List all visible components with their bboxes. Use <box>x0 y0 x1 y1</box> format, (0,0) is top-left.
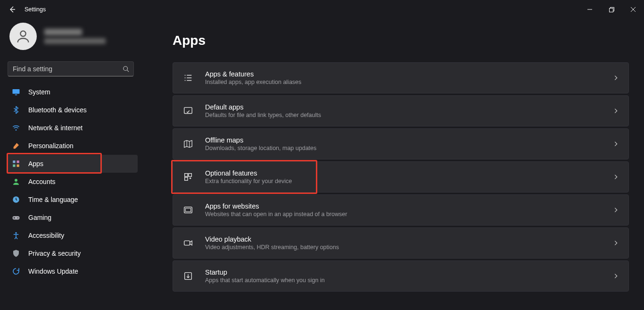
video-icon <box>182 237 194 249</box>
chevron-right-icon <box>612 207 619 213</box>
card-startup[interactable]: Startup Apps that start automatically wh… <box>173 260 629 292</box>
svg-rect-16 <box>185 174 188 176</box>
sidebar-item-label: Gaming <box>28 214 51 221</box>
sidebar-item-label: Bluetooth & devices <box>28 106 87 114</box>
sidebar-item-label: Time & language <box>28 196 78 203</box>
minimize-button[interactable] <box>579 2 601 17</box>
list-icon <box>182 72 194 84</box>
sidebar-item-privacy[interactable]: Privacy & security <box>8 244 138 262</box>
svg-rect-7 <box>17 160 19 163</box>
card-title: Apps for websites <box>205 202 612 210</box>
card-text: Offline maps Downloads, storage location… <box>205 136 612 151</box>
svg-rect-3 <box>13 89 20 94</box>
default-icon <box>182 105 194 117</box>
card-text: Optional features Extra functionality fo… <box>205 169 612 184</box>
startup-icon <box>182 270 194 282</box>
globe-icon <box>182 204 194 216</box>
person-icon <box>11 177 21 186</box>
minimize-icon <box>587 7 592 12</box>
card-subtitle: Video adjustments, HDR streaming, batter… <box>205 244 612 251</box>
arrow-left-icon <box>8 6 16 13</box>
window-controls <box>579 2 644 17</box>
card-text: Apps for websites Websites that can open… <box>205 202 612 218</box>
sidebar-item-gaming[interactable]: Gaming <box>8 209 138 226</box>
window-title: Settings <box>25 6 46 13</box>
card-video-playback[interactable]: Video playback Video adjustments, HDR st… <box>173 227 629 259</box>
card-subtitle: Downloads, storage location, map updates <box>205 145 612 151</box>
apps-icon <box>11 159 21 168</box>
card-optional-features[interactable]: Optional features Extra functionality fo… <box>173 161 629 193</box>
svg-rect-8 <box>13 165 15 167</box>
sidebar-item-accessibility[interactable]: Accessibility <box>8 226 138 244</box>
sidebar-item-label: Accessibility <box>28 232 64 239</box>
svg-rect-9 <box>17 165 19 167</box>
card-subtitle: Apps that start automatically when you s… <box>205 277 612 284</box>
sidebar-item-personalization[interactable]: Personalization <box>8 137 138 155</box>
search-wrapper <box>8 61 134 76</box>
sidebar-item-time[interactable]: Time & language <box>8 191 138 209</box>
gamepad-icon <box>11 213 21 222</box>
back-button[interactable] <box>7 4 18 15</box>
bluetooth-icon <box>11 105 21 115</box>
sidebar-item-apps[interactable]: Apps <box>8 155 138 173</box>
close-icon <box>631 7 636 12</box>
card-text: Startup Apps that start automatically wh… <box>205 268 612 284</box>
search-input[interactable] <box>8 61 134 76</box>
svg-point-2 <box>124 67 128 71</box>
svg-point-10 <box>15 179 17 182</box>
monitor-icon <box>11 87 21 97</box>
nav-list: System Bluetooth & devices Network & int… <box>8 83 138 280</box>
chevron-right-icon <box>612 75 619 81</box>
card-subtitle: Defaults for file and link types, other … <box>205 112 612 118</box>
chevron-right-icon <box>612 240 619 246</box>
svg-rect-4 <box>15 94 17 95</box>
avatar <box>9 23 37 50</box>
svg-point-13 <box>17 218 18 218</box>
account-name-redacted <box>44 29 82 35</box>
clock-icon <box>11 195 21 204</box>
card-text: Default apps Defaults for file and link … <box>205 103 612 118</box>
card-title: Offline maps <box>205 136 612 144</box>
card-subtitle: Extra functionality for your device <box>205 178 612 184</box>
search-icon <box>123 66 129 72</box>
map-icon <box>182 138 194 150</box>
person-icon <box>15 28 31 44</box>
sidebar-item-network[interactable]: Network & internet <box>8 119 138 137</box>
sidebar: System Bluetooth & devices Network & int… <box>0 19 141 310</box>
chevron-right-icon <box>612 174 619 180</box>
card-title: Optional features <box>205 169 612 177</box>
card-default-apps[interactable]: Default apps Defaults for file and link … <box>173 95 629 126</box>
sidebar-item-update[interactable]: Windows Update <box>8 262 138 280</box>
sidebar-item-label: Privacy & security <box>28 250 81 257</box>
card-subtitle: Websites that can open in an app instead… <box>205 211 612 218</box>
card-title: Startup <box>205 268 612 276</box>
svg-point-14 <box>15 232 17 234</box>
card-text: Apps & features Installed apps, app exec… <box>205 70 612 85</box>
close-button[interactable] <box>622 2 644 17</box>
title-bar: Settings <box>0 0 644 19</box>
sidebar-item-bluetooth[interactable]: Bluetooth & devices <box>8 101 138 119</box>
svg-point-1 <box>20 31 25 36</box>
sidebar-item-label: Accounts <box>28 178 56 185</box>
sidebar-item-label: Windows Update <box>28 268 78 275</box>
card-apps-websites[interactable]: Apps for websites Websites that can open… <box>173 194 629 226</box>
card-title: Video playback <box>205 235 612 243</box>
card-title: Apps & features <box>205 70 612 78</box>
sidebar-item-label: Personalization <box>28 142 74 150</box>
chevron-right-icon <box>612 273 619 279</box>
account-header[interactable] <box>8 19 138 59</box>
sidebar-item-label: Apps <box>28 160 43 168</box>
svg-point-5 <box>16 129 17 131</box>
wifi-icon <box>11 123 21 133</box>
sidebar-item-system[interactable]: System <box>8 83 138 101</box>
access-icon <box>11 231 21 240</box>
maximize-icon <box>609 7 614 12</box>
card-offline-maps[interactable]: Offline maps Downloads, storage location… <box>173 128 629 159</box>
card-text: Video playback Video adjustments, HDR st… <box>205 235 612 251</box>
card-apps-features[interactable]: Apps & features Installed apps, app exec… <box>173 62 629 93</box>
chevron-right-icon <box>612 141 619 147</box>
maximize-button[interactable] <box>601 2 622 17</box>
sidebar-item-accounts[interactable]: Accounts <box>8 173 138 191</box>
sidebar-item-label: Network & internet <box>28 124 83 132</box>
sidebar-item-label: System <box>28 88 50 96</box>
